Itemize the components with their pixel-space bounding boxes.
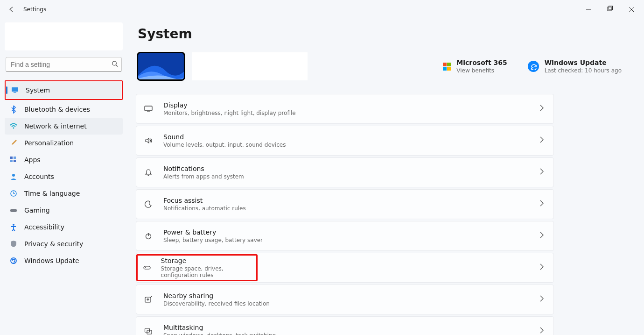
access-icon — [9, 223, 18, 231]
sidebar: SystemBluetooth & devicesNetwork & inter… — [0, 19, 128, 335]
chevron-right-icon — [538, 231, 546, 241]
windows-update-icon — [528, 61, 539, 72]
setting-row-power-battery[interactable]: Power & batterySleep, battery usage, bat… — [136, 221, 554, 251]
row-subtitle: Monitors, brightness, night light, displ… — [163, 110, 296, 116]
update-icon — [9, 257, 18, 265]
row-title: Display — [163, 101, 296, 109]
back-button[interactable] — [4, 2, 19, 17]
brush-icon — [9, 139, 18, 147]
microsoft-365-icon — [443, 63, 451, 71]
nav-label: Time & language — [24, 190, 80, 197]
sound-icon — [143, 136, 154, 145]
setting-row-sound[interactable]: SoundVolume levels, output, input, sound… — [136, 126, 554, 156]
search-box[interactable] — [6, 57, 122, 72]
chevron-right-icon — [538, 104, 546, 114]
chevron-right-icon — [538, 326, 546, 335]
close-button[interactable] — [621, 2, 642, 17]
share-icon — [143, 295, 154, 304]
wu-title: Windows Update — [545, 59, 622, 66]
nav-label: Privacy & security — [24, 240, 83, 248]
nav-item-accessibility[interactable]: Accessibility — [5, 219, 123, 235]
nav-item-network-internet[interactable]: Network & internet — [5, 118, 123, 135]
nav-item-gaming[interactable]: Gaming — [5, 202, 123, 219]
row-title: Power & battery — [163, 228, 263, 236]
settings-list: DisplayMonitors, brightness, night light… — [136, 94, 554, 335]
nav-label: Network & internet — [24, 122, 87, 130]
row-subtitle: Discoverability, received files location — [163, 300, 270, 307]
gamepad-icon — [9, 206, 18, 214]
nav-item-system[interactable]: System — [6, 82, 121, 99]
setting-row-focus-assist[interactable]: Focus assistNotifications, automatic rul… — [136, 189, 554, 219]
nav-item-accounts[interactable]: Accounts — [5, 168, 123, 185]
maximize-icon — [606, 5, 614, 14]
setting-row-storage[interactable]: StorageStorage space, drives, configurat… — [136, 253, 554, 283]
nav-item-apps[interactable]: Apps — [5, 151, 123, 168]
arrow-left-icon — [7, 5, 15, 14]
row-title: Notifications — [163, 165, 244, 172]
row-title: Focus assist — [163, 197, 246, 204]
nav-label: Accessibility — [24, 223, 64, 231]
wallpaper-icon — [138, 53, 184, 79]
shield-icon — [9, 240, 18, 248]
row-title: Storage — [161, 257, 256, 264]
row-subtitle: Sleep, battery usage, battery saver — [163, 237, 263, 243]
bell-icon — [143, 168, 154, 177]
m365-subtitle: View benefits — [456, 67, 507, 74]
nav-list: SystemBluetooth & devicesNetwork & inter… — [5, 80, 123, 269]
storage-icon — [142, 264, 152, 272]
window-title: Settings — [23, 6, 46, 13]
nav-label: Gaming — [24, 207, 50, 214]
monitor-icon — [11, 86, 19, 94]
person-icon — [9, 172, 18, 181]
account-area — [5, 22, 123, 50]
nav-item-time-language[interactable]: Time & language — [5, 185, 123, 202]
close-icon — [627, 5, 636, 14]
row-subtitle: Notifications, automatic rules — [163, 205, 246, 212]
globe-clock-icon — [9, 189, 18, 198]
nav-label: Bluetooth & devices — [24, 106, 90, 113]
setting-row-nearby-sharing[interactable]: Nearby sharingDiscoverability, received … — [136, 285, 554, 314]
nav-item-personalization[interactable]: Personalization — [5, 135, 123, 151]
m365-card[interactable]: Microsoft 365 View benefits — [443, 59, 507, 74]
nav-item-bluetooth-devices[interactable]: Bluetooth & devices — [5, 101, 123, 118]
chevron-right-icon — [538, 135, 546, 146]
row-subtitle: Storage space, drives, configuration rul… — [161, 265, 256, 278]
m365-title: Microsoft 365 — [456, 59, 507, 66]
search-icon — [111, 60, 118, 69]
moon-icon — [143, 200, 154, 208]
setting-row-display[interactable]: DisplayMonitors, brightness, night light… — [136, 94, 554, 124]
nav-item-privacy-security[interactable]: Privacy & security — [5, 235, 123, 252]
nav-label: Apps — [24, 156, 41, 164]
main-content: System Microsoft 365 View benefits — [128, 19, 644, 335]
minimize-button[interactable] — [578, 2, 599, 17]
windows-update-card[interactable]: Windows Update Last checked: 10 hours ag… — [528, 59, 622, 74]
nav-item-windows-update[interactable]: Windows Update — [5, 252, 123, 269]
power-icon — [143, 232, 154, 240]
row-title: Sound — [163, 133, 286, 141]
nav-label: Personalization — [24, 139, 74, 147]
chevron-right-icon — [538, 167, 546, 178]
bluetooth-icon — [9, 105, 18, 114]
search-input[interactable] — [6, 57, 122, 72]
title-bar: Settings — [0, 0, 644, 19]
row-subtitle: Volume levels, output, input, sound devi… — [163, 142, 286, 148]
setting-row-notifications[interactable]: NotificationsAlerts from apps and system — [136, 157, 554, 187]
nav-label: Accounts — [24, 173, 54, 180]
wifi-icon — [9, 122, 18, 130]
apps-icon — [9, 156, 18, 164]
row-subtitle: Snap windows, desktops, task switching — [163, 332, 276, 335]
setting-row-multitasking[interactable]: MultitaskingSnap windows, desktops, task… — [136, 316, 554, 335]
multitask-icon — [143, 327, 154, 335]
device-info — [192, 52, 308, 80]
nav-label: System — [26, 86, 50, 94]
nav-label: Windows Update — [24, 257, 79, 264]
device-thumbnail[interactable] — [137, 52, 185, 81]
maximize-button[interactable] — [599, 2, 621, 17]
row-subtitle: Alerts from apps and system — [163, 173, 244, 180]
chevron-right-icon — [538, 263, 546, 273]
row-title: Multitasking — [163, 324, 276, 331]
display-icon — [143, 105, 154, 113]
chevron-right-icon — [538, 294, 546, 305]
chevron-right-icon — [538, 199, 546, 209]
page-title: System — [138, 26, 622, 42]
